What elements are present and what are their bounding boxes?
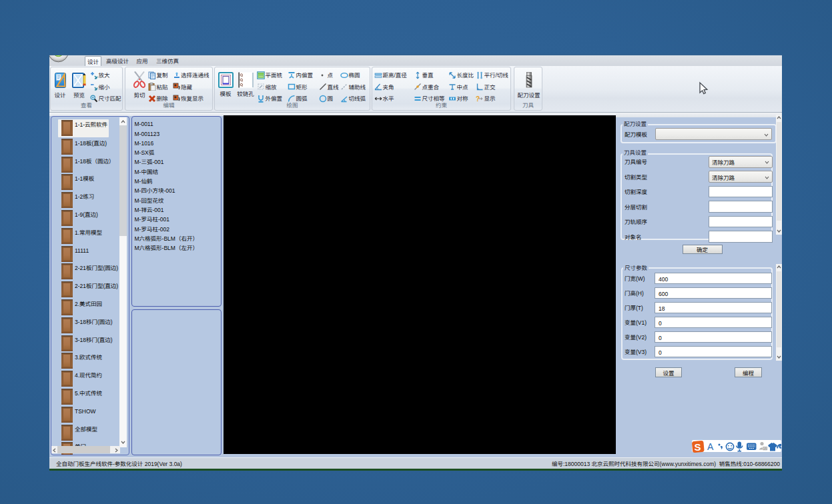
- svg-text:A: A: [707, 441, 714, 452]
- svg-text:S: S: [695, 441, 701, 453]
- svg-text:15: 15: [763, 447, 767, 451]
